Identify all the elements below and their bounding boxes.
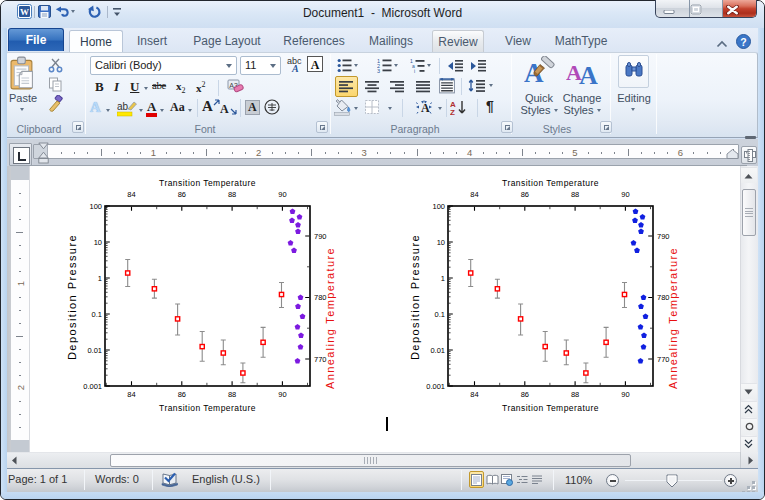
svg-text:Deposition Pressure: Deposition Pressure — [409, 234, 421, 360]
svg-text:100: 100 — [432, 202, 445, 211]
svg-text:?: ? — [740, 36, 746, 48]
svg-text:84: 84 — [470, 390, 478, 399]
svg-text:0.1: 0.1 — [435, 310, 445, 319]
svg-text:A: A — [311, 58, 320, 72]
svg-text:Annealing Temperature: Annealing Temperature — [667, 247, 679, 389]
svg-text:84: 84 — [470, 190, 478, 199]
svg-text:88: 88 — [571, 190, 579, 199]
svg-text:Transition Temperature: Transition Temperature — [502, 178, 599, 188]
svg-text:90: 90 — [621, 190, 629, 199]
svg-text:88: 88 — [228, 190, 236, 199]
svg-text:0.01: 0.01 — [87, 346, 102, 355]
svg-text:Transition Temperature: Transition Temperature — [159, 178, 256, 188]
svg-text:Annealing Temperature: Annealing Temperature — [324, 247, 336, 389]
svg-text:Transition Temperature: Transition Temperature — [159, 403, 256, 413]
svg-text:86: 86 — [178, 190, 186, 199]
svg-text:90: 90 — [621, 390, 629, 399]
svg-text:1: 1 — [441, 274, 445, 283]
svg-text:Deposition Pressure: Deposition Pressure — [66, 234, 78, 360]
svg-text:A: A — [579, 61, 598, 88]
svg-text:Z: Z — [450, 108, 455, 117]
svg-text:10: 10 — [437, 238, 445, 247]
svg-text:ab: ab — [117, 101, 129, 112]
svg-text:86: 86 — [178, 390, 186, 399]
svg-text:790: 790 — [314, 232, 327, 241]
svg-text:88: 88 — [228, 390, 236, 399]
svg-text:84: 84 — [127, 390, 135, 399]
svg-text:3: 3 — [377, 68, 380, 74]
svg-text:790: 790 — [657, 232, 670, 241]
svg-text:0.001: 0.001 — [83, 382, 102, 391]
svg-text:Transition Temperature: Transition Temperature — [502, 403, 599, 413]
svg-text:90: 90 — [278, 390, 286, 399]
svg-text:0.1: 0.1 — [92, 310, 102, 319]
svg-text:W: W — [20, 7, 29, 17]
svg-text:88: 88 — [571, 390, 579, 399]
svg-text:A: A — [291, 63, 299, 73]
svg-text:86: 86 — [521, 190, 529, 199]
svg-text:100: 100 — [89, 202, 102, 211]
svg-text:i: i — [414, 68, 415, 74]
svg-text:1: 1 — [98, 274, 102, 283]
svg-text:84: 84 — [127, 190, 135, 199]
svg-text:10: 10 — [94, 238, 102, 247]
svg-text:A: A — [421, 101, 430, 115]
svg-text:0.01: 0.01 — [430, 346, 445, 355]
svg-text:86: 86 — [521, 390, 529, 399]
svg-text:90: 90 — [278, 190, 286, 199]
svg-text:0.001: 0.001 — [426, 382, 445, 391]
